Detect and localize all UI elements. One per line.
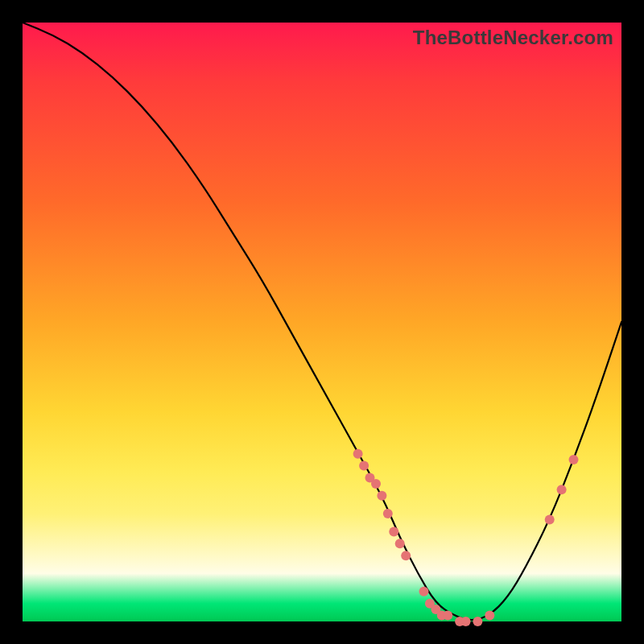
marker-dot — [485, 611, 494, 621]
marker-dot — [443, 611, 452, 621]
marker-dot — [371, 479, 381, 489]
marker-dot — [401, 551, 411, 560]
marker-dot — [353, 449, 363, 459]
marker-dots — [353, 449, 579, 626]
chart-container: TheBottleNecker.com — [0, 0, 644, 644]
marker-dot — [383, 509, 393, 518]
marker-dot — [359, 461, 369, 471]
marker-dot — [569, 455, 579, 464]
marker-dot — [419, 587, 429, 597]
marker-dot — [461, 617, 471, 626]
plot-area: TheBottleNecker.com — [23, 23, 621, 621]
marker-dot — [545, 515, 555, 525]
chart-svg — [23, 23, 621, 621]
marker-dot — [389, 526, 398, 536]
marker-dot — [473, 617, 482, 626]
marker-dot — [557, 485, 567, 494]
marker-dot — [395, 539, 405, 548]
bottleneck-curve — [23, 23, 621, 620]
marker-dot — [377, 491, 386, 501]
